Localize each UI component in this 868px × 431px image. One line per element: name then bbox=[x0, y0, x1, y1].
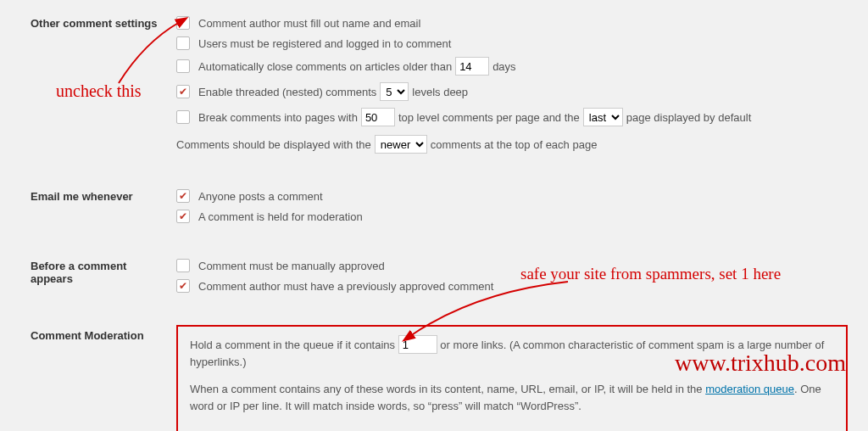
select-order[interactable]: newer bbox=[375, 135, 427, 154]
label-registered: Users must be registered and logged in t… bbox=[198, 37, 451, 50]
label-paginate-pre: Break comments into pages with bbox=[198, 111, 358, 124]
input-autoclose-days[interactable] bbox=[455, 57, 489, 76]
mod-p2-pre: When a comment contains any of these wor… bbox=[190, 383, 705, 395]
checkbox-email-anyone[interactable] bbox=[176, 189, 190, 203]
link-moderation-queue[interactable]: moderation queue bbox=[705, 383, 794, 395]
input-max-links[interactable] bbox=[398, 335, 437, 354]
section-heading-email: Email me whenever bbox=[0, 173, 176, 243]
label-autoclose-pre: Automatically close comments on articles… bbox=[198, 60, 452, 73]
checkbox-email-held[interactable] bbox=[176, 210, 190, 223]
moderation-highlight-box: Hold a comment in the queue if it contai… bbox=[176, 325, 848, 431]
mod-p1-pre: Hold a comment in the queue if it contai… bbox=[190, 339, 395, 351]
checkbox-prev-approved[interactable] bbox=[176, 279, 190, 293]
label-order-pre: Comments should be displayed with the bbox=[176, 138, 371, 151]
checkbox-name-email[interactable] bbox=[176, 16, 190, 30]
checkbox-paginate[interactable] bbox=[176, 110, 190, 124]
checkbox-registered[interactable] bbox=[176, 36, 190, 50]
select-lastfirst[interactable]: last bbox=[583, 108, 623, 126]
discussion-settings-table: Other comment settings Comment author mu… bbox=[0, 0, 868, 431]
label-paginate-post: page displayed by default bbox=[626, 111, 751, 124]
checkbox-manual-approve[interactable] bbox=[176, 259, 190, 272]
label-autoclose-post: days bbox=[492, 60, 515, 73]
label-order-post: comments at the top of each page bbox=[431, 138, 598, 151]
checkbox-autoclose[interactable] bbox=[176, 59, 190, 73]
section-heading-moderation: Comment Moderation bbox=[0, 312, 176, 431]
checkbox-threaded[interactable] bbox=[176, 85, 190, 98]
label-name-email: Comment author must fill out name and em… bbox=[198, 17, 420, 30]
label-threaded-post: levels deep bbox=[412, 86, 468, 98]
input-perpage[interactable] bbox=[361, 108, 395, 126]
label-threaded-pre: Enable threaded (nested) comments bbox=[198, 86, 376, 98]
label-manual-approve: Comment must be manually approved bbox=[198, 260, 385, 272]
select-thread-levels[interactable]: 5 bbox=[380, 82, 409, 101]
section-heading-before: Before a comment appears bbox=[0, 243, 176, 312]
label-prev-approved: Comment author must have a previously ap… bbox=[198, 280, 493, 293]
label-email-anyone: Anyone posts a comment bbox=[198, 190, 323, 203]
label-email-held: A comment is held for moderation bbox=[198, 210, 363, 223]
label-paginate-mid: top level comments per page and the bbox=[398, 111, 580, 124]
section-heading-other: Other comment settings bbox=[0, 0, 176, 173]
